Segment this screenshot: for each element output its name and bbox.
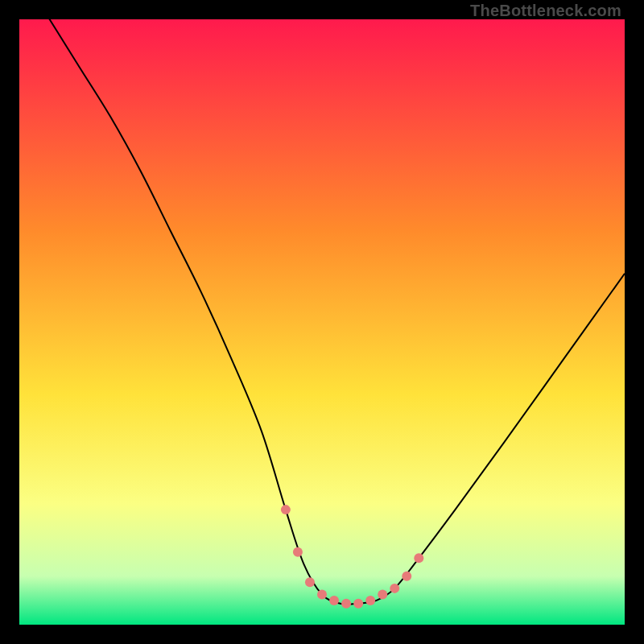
chart-canvas bbox=[19, 19, 625, 625]
curve-marker bbox=[414, 553, 423, 563]
chart-frame: TheBottleneck.com bbox=[0, 0, 644, 644]
curve-marker bbox=[378, 589, 387, 599]
curve-marker bbox=[305, 577, 315, 587]
gradient-background bbox=[19, 19, 625, 625]
curve-marker bbox=[293, 547, 303, 557]
curve-marker bbox=[341, 599, 351, 609]
curve-marker bbox=[365, 596, 375, 605]
curve-marker bbox=[317, 589, 327, 599]
watermark-text: TheBottleneck.com bbox=[470, 2, 621, 20]
curve-marker bbox=[281, 505, 291, 514]
curve-marker bbox=[390, 584, 399, 593]
curve-marker bbox=[329, 596, 339, 605]
curve-marker bbox=[402, 572, 411, 581]
plot-area bbox=[19, 19, 625, 625]
curve-marker bbox=[353, 599, 363, 609]
